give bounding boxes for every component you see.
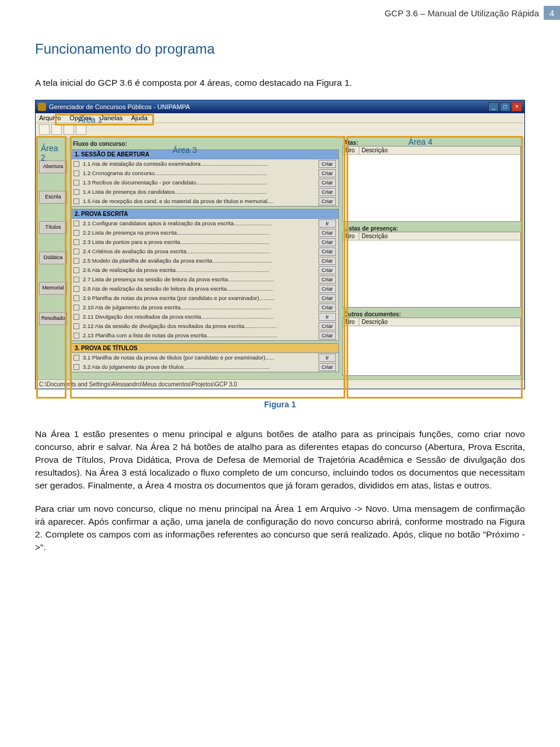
criar-button[interactable]: Criar xyxy=(318,160,336,168)
tab-escrita[interactable]: Escrita xyxy=(39,191,67,204)
maximize-button[interactable]: □ xyxy=(500,102,510,111)
ir-button[interactable]: Ir xyxy=(318,219,336,228)
abertura-row: 1.2 Cronograma do concurso..............… xyxy=(71,169,338,178)
figure-1-screenshot: Gerenciador de Concursos Públicos - UNIP… xyxy=(35,100,525,389)
side-tabs: Abertura Escrita Títulos Didática Memori… xyxy=(39,139,67,376)
criar-button[interactable]: Criar xyxy=(318,238,336,246)
window-title: Gerenciador de Concursos Públicos - UNIP… xyxy=(49,103,487,110)
criar-button[interactable]: Criar xyxy=(318,322,336,330)
criar-button[interactable]: Criar xyxy=(318,197,336,205)
col-nro: Nro xyxy=(343,318,359,326)
menu-ajuda[interactable]: Ajuda xyxy=(131,114,148,121)
checkbox-icon[interactable] xyxy=(74,249,79,254)
toolbar-new-icon[interactable] xyxy=(39,124,50,135)
criar-button[interactable]: Criar xyxy=(318,257,336,265)
escrita-row: 2.7 Lista de presença na sessão de leitu… xyxy=(71,275,338,284)
criar-button[interactable]: Criar xyxy=(318,266,336,274)
listas-list[interactable]: Nro Descrição xyxy=(342,232,521,308)
tab-memorial[interactable]: Memorial xyxy=(39,282,67,295)
row-text: 2.3 Lista de pontos para a prova escrita… xyxy=(83,239,316,245)
checkbox-icon[interactable] xyxy=(74,295,79,301)
checkbox-icon[interactable] xyxy=(74,333,79,338)
toolbar xyxy=(36,123,524,137)
figure-caption: Figura 1 xyxy=(35,400,525,409)
menu-opcoes[interactable]: Opções xyxy=(69,114,92,121)
row-text: 1.3 Recibos de documentação - por candid… xyxy=(83,179,316,186)
escrita-row: 2.3 Lista de pontos para a prova escrita… xyxy=(71,238,338,247)
escrita-row: 2.4 Critérios de avaliação da prova escr… xyxy=(71,247,338,256)
criar-button[interactable]: Criar xyxy=(318,331,336,340)
criar-button[interactable]: Criar xyxy=(318,179,336,187)
fluxo-label: Fluxo do concurso: xyxy=(73,141,339,147)
checkbox-icon[interactable] xyxy=(74,239,79,245)
titlebar: Gerenciador de Concursos Públicos - UNIP… xyxy=(36,100,524,113)
row-text: 2.10 Ata de julgamento da prova escrita.… xyxy=(83,304,316,310)
criar-button[interactable]: Criar xyxy=(318,169,336,177)
criar-button[interactable]: Criar xyxy=(318,229,336,237)
checkbox-icon[interactable] xyxy=(74,364,79,370)
criar-button[interactable]: Criar xyxy=(318,188,336,196)
intro-paragraph: A tela inicial do GCP 3.6 é composta por… xyxy=(35,77,525,89)
listas-label: Listas de presença: xyxy=(342,225,521,232)
row-text: 1.1 Ata de instalação da comissão examin… xyxy=(83,160,316,167)
toolbar-save-icon[interactable] xyxy=(64,124,74,135)
criar-button[interactable]: Criar xyxy=(318,247,336,256)
criar-button[interactable]: Criar xyxy=(318,294,336,302)
checkbox-icon[interactable] xyxy=(74,305,79,310)
checkbox-icon[interactable] xyxy=(74,323,79,329)
ir-button[interactable]: Ir xyxy=(318,313,336,321)
right-documents-column: Atas: Nro Descrição Listas de presença: xyxy=(342,139,521,376)
row-text: 2.12 Ata da sessão de divulgação dos res… xyxy=(83,323,316,329)
col-desc: Descrição xyxy=(359,318,520,326)
checkbox-icon[interactable] xyxy=(74,161,79,167)
tab-resultado[interactable]: Resultado xyxy=(39,312,67,325)
outros-list[interactable]: Nro Descrição xyxy=(342,317,521,376)
criar-button[interactable]: Criar xyxy=(318,303,336,312)
tab-didatica[interactable]: Didática xyxy=(39,252,67,264)
criar-button[interactable]: Criar xyxy=(318,275,336,284)
outros-label: Outros documentos: xyxy=(342,311,521,317)
menu-janelas[interactable]: Janelas xyxy=(100,114,123,121)
titulos-row: 3.1 Planilha de notas da prova de título… xyxy=(71,353,338,362)
section-prova-escrita: 2. PROVA ESCRITA 2.1 Configurar candidat… xyxy=(71,209,339,341)
checkbox-icon[interactable] xyxy=(74,189,79,195)
tab-abertura[interactable]: Abertura xyxy=(39,160,67,173)
escrita-row: 2.6 Ata de realização da prova escrita..… xyxy=(71,266,338,275)
section-abertura: 1. SESSÃO DE ABERTURA 1.1 Ata de instala… xyxy=(71,149,339,207)
atas-label: Atas: xyxy=(342,139,521,146)
section-abertura-header: 1. SESSÃO DE ABERTURA xyxy=(71,150,338,159)
minimize-button[interactable]: _ xyxy=(488,102,499,111)
tab-titulos[interactable]: Títulos xyxy=(39,221,67,234)
checkbox-icon[interactable] xyxy=(74,198,79,204)
abertura-row: 1.1 Ata de instalação da comissão examin… xyxy=(71,159,338,169)
row-text: 1.5 Ata de recepção dos cand. e do mater… xyxy=(83,198,316,204)
toolbar-open-icon[interactable] xyxy=(51,124,62,135)
escrita-row: 2.2 Lista de presença na prova escrita..… xyxy=(71,228,338,238)
atas-list[interactable]: Nro Descrição xyxy=(342,146,521,222)
status-bar: C:\Documents and Settings\Alessandro\Meu… xyxy=(36,379,524,389)
checkbox-icon[interactable] xyxy=(74,277,79,282)
toolbar-help-icon[interactable] xyxy=(76,124,86,135)
row-text: 3.2 Ata do julgamento da prova de título… xyxy=(83,364,316,370)
escrita-row: 2.1 Configurar candidatos aptos à realiz… xyxy=(71,219,338,228)
app-icon xyxy=(38,103,46,111)
row-text: 2.9 Planilha de notas da prova escrita (… xyxy=(83,295,316,301)
checkbox-icon[interactable] xyxy=(74,230,79,236)
criar-button[interactable]: Criar xyxy=(318,285,336,293)
checkbox-icon[interactable] xyxy=(74,170,79,176)
checkbox-icon[interactable] xyxy=(74,180,79,186)
checkbox-icon[interactable] xyxy=(74,314,79,320)
menu-arquivo[interactable]: Arquivo xyxy=(39,114,61,121)
checkbox-icon[interactable] xyxy=(74,286,79,292)
checkbox-icon[interactable] xyxy=(74,355,79,361)
checkbox-icon[interactable] xyxy=(74,267,79,273)
escrita-row: 2.5 Modelo da planilha de avaliação da p… xyxy=(71,256,338,266)
row-text: 2.2 Lista de presença na prova escrita..… xyxy=(83,229,316,236)
center-flow-column: Fluxo do concurso: 1. SESSÃO DE ABERTURA… xyxy=(71,139,339,376)
close-button[interactable]: × xyxy=(512,102,522,111)
criar-button[interactable]: Criar xyxy=(318,363,336,371)
row-text: 2.7 Lista de presença na sessão de leitu… xyxy=(83,276,316,282)
checkbox-icon[interactable] xyxy=(74,221,79,226)
checkbox-icon[interactable] xyxy=(74,258,79,264)
ir-button[interactable]: Ir xyxy=(318,354,336,362)
